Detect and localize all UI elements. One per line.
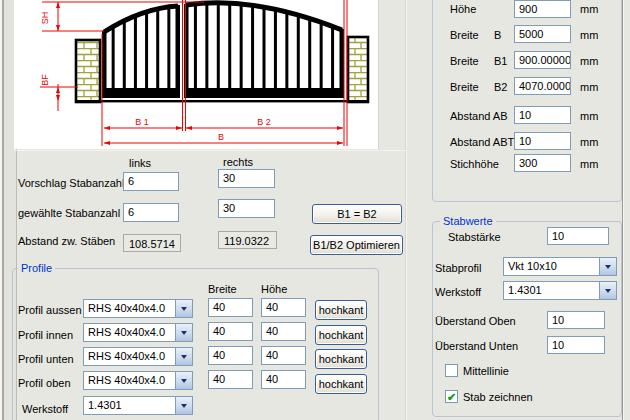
breite-b-input[interactable]: 5000 [514,25,571,43]
breite-b1-label: Breite [450,55,479,67]
profil-oben-label: Profil oben [18,377,71,389]
ueberstand-unten-input[interactable]: 10 [547,336,605,354]
stichhoehe-unit: mm [580,158,598,170]
chevron-down-icon [181,379,187,383]
profil-innen-label: Profil innen [18,329,73,341]
profil-aussen-select[interactable]: RHS 40x40x4.0 [83,299,193,318]
stichhoehe-input[interactable]: 300 [514,154,571,172]
chevron-down-icon [605,289,611,293]
gate-preview: SHBFB 1B 2B [14,0,379,149]
profile-col-breite: Breite [208,283,237,295]
hoehe-unit: mm [580,3,598,15]
profil-innen-hoehe-input[interactable]: 40 [261,322,306,341]
hoehe-input[interactable]: 900 [514,0,571,18]
breite-b1-unit: mm [580,55,598,67]
stab-zeichnen-label: Stab zeichnen [463,391,533,403]
abstand-ab-unit: mm [580,110,598,122]
profile-werkstoff-value: 1.4301 [84,397,175,414]
profil-innen-breite-input[interactable]: 40 [208,322,253,341]
stabwerte-werkstoff-value: 1.4301 [504,282,599,299]
stabstaerke-label: Stabstärke [448,231,501,243]
ueberstand-oben-label: Überstand Oben [435,315,516,327]
b1-b2-optimieren-button[interactable]: B1/B2 Optimieren [310,235,403,255]
mittellinie-checkbox[interactable]: ✔ [445,364,458,377]
vorschlag-stabanzahl-rechts-input[interactable]: 30 [218,169,275,188]
profil-unten-select[interactable]: RHS 40x40x4.0 [83,347,193,366]
abstand-staeben-links-value: 108.5714 [123,234,181,252]
profil-unten-breite-input[interactable]: 40 [208,346,253,365]
stabprofil-value: Vkt 10x10 [504,258,599,275]
chevron-down-icon [181,355,187,359]
panel-separator [405,0,406,420]
profil-oben-breite-input[interactable]: 40 [208,370,253,389]
gewaehlte-stabanzahl-label: gewählte Stabanzahl [18,207,120,219]
profil-unten-hoehe-input[interactable]: 40 [261,346,306,365]
hoehe-label: Höhe [450,3,476,15]
chevron-down-icon [181,307,187,311]
stabwerte-werkstoff-label: Werkstoff [435,286,481,298]
breite-b1-sublabel: B1 [494,55,507,67]
profil-aussen-hochkant-button[interactable]: hochkant [315,300,367,320]
vorschlag-stabanzahl-label: Vorschlag Stabanzahl [18,177,124,189]
svg-text:B: B [218,132,224,142]
stabprofil-select[interactable]: Vkt 10x10 [503,257,617,276]
ueberstand-oben-input[interactable]: 10 [547,311,605,329]
profile-group-title: Profile [18,262,55,274]
abstand-ab-label: Abstand AB [450,110,508,122]
profil-unten-hochkant-button[interactable]: hochkant [315,349,367,369]
profil-unten-label: Profil unten [18,353,74,365]
b1-equals-b2-button[interactable]: B1 = B2 [312,204,402,224]
ueberstand-unten-label: Überstand Unten [435,340,518,352]
profil-aussen-breite-input[interactable]: 40 [208,298,253,317]
vorschlag-stabanzahl-links-input[interactable]: 6 [123,172,179,191]
breite-b2-unit: mm [580,81,598,93]
profil-aussen-label: Profil aussen [18,304,82,316]
breite-b1-input[interactable]: 900.00000 [514,51,571,69]
abstand-abt-unit: mm [580,136,598,148]
breite-b2-input[interactable]: 4070.00000 [514,77,571,95]
gewaehlte-stabanzahl-rechts-input[interactable]: 30 [218,199,275,218]
column-header-rechts: rechts [223,156,253,168]
svg-text:B 1: B 1 [135,117,149,127]
breite-b2-label: Breite [450,81,479,93]
stabwerte-werkstoff-select[interactable]: 1.4301 [503,281,617,300]
profil-innen-hochkant-button[interactable]: hochkant [315,325,367,345]
profile-werkstoff-select[interactable]: 1.4301 [83,396,193,415]
mittellinie-label: Mittellinie [463,365,509,377]
abstand-abt-label: Abstand ABT [450,136,514,148]
breite-b-label: Breite [450,29,479,41]
profile-col-hoehe: Höhe [261,283,287,295]
check-icon: ✔ [447,392,456,402]
window-right-border [622,0,630,420]
profil-innen-select[interactable]: RHS 40x40x4.0 [83,323,193,342]
gate-designer-dialog: SHBFB 1B 2B links rechts Vorschlag Staba… [0,0,630,420]
profil-unten-value: RHS 40x40x4.0 [84,348,175,365]
abstand-abt-input[interactable]: 10 [514,132,571,150]
profil-oben-select[interactable]: RHS 40x40x4.0 [83,371,193,390]
profil-aussen-hoehe-input[interactable]: 40 [261,298,306,317]
abstand-staeben-label: Abstand zw. Stäben [18,235,115,247]
breite-b-sublabel: B [494,29,501,41]
profil-oben-value: RHS 40x40x4.0 [84,372,175,389]
svg-text:SH: SH [40,12,50,25]
column-header-links: links [129,157,151,169]
stab-zeichnen-checkbox[interactable]: ✔ [445,390,458,403]
profil-oben-hoehe-input[interactable]: 40 [261,370,306,389]
stabprofil-label: Stabprofil [435,262,481,274]
preview-bottom-edge [14,150,406,151]
abstand-staeben-rechts-value: 119.0322 [218,231,277,249]
profil-aussen-value: RHS 40x40x4.0 [84,300,175,317]
chevron-down-icon [181,331,187,335]
gewaehlte-stabanzahl-links-input[interactable]: 6 [123,203,179,222]
profile-werkstoff-label: Werkstoff [22,403,68,415]
profil-oben-hochkant-button[interactable]: hochkant [315,374,367,394]
stabstaerke-input[interactable]: 10 [547,227,609,245]
svg-text:BF: BF [40,74,50,86]
stichhoehe-label: Stichhöhe [450,158,499,170]
profil-innen-value: RHS 40x40x4.0 [84,324,175,341]
chevron-down-icon [181,404,187,408]
abstand-ab-input[interactable]: 10 [514,106,571,124]
breite-b2-sublabel: B2 [494,81,507,93]
stabwerte-group-title: Stabwerte [440,215,496,227]
svg-text:B 2: B 2 [257,117,271,127]
